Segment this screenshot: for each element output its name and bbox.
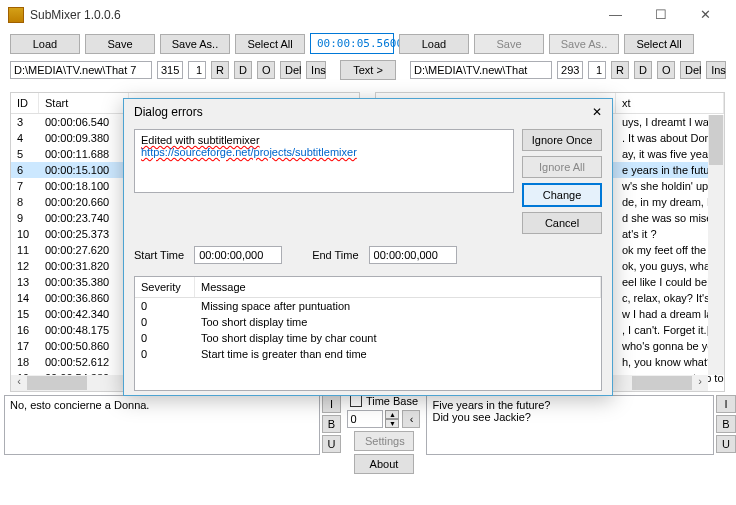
spin-up[interactable]: ▲	[385, 410, 399, 419]
num2-right[interactable]	[588, 61, 606, 79]
spin-down[interactable]: ▼	[385, 419, 399, 428]
cancel-button[interactable]: Cancel	[522, 212, 602, 234]
starttime-input[interactable]	[194, 246, 282, 264]
timecode-display[interactable]: 00:00:05.5600	[310, 33, 394, 54]
b-button-right[interactable]: B	[716, 415, 736, 433]
error-table[interactable]: Severity Message 0Missing space after pu…	[134, 276, 602, 391]
close-button[interactable]: ✕	[683, 1, 728, 29]
dialog-link[interactable]: https://sourceforge.net/projects/subtitl…	[141, 146, 357, 158]
r-button-right[interactable]: R	[611, 61, 629, 79]
r-button-left[interactable]: R	[211, 61, 229, 79]
error-row[interactable]: 0Start time is greater than end time	[135, 346, 601, 362]
starttime-label: Start Time	[134, 249, 184, 261]
del-button-left[interactable]: Del	[280, 61, 301, 79]
header-id[interactable]: ID	[11, 93, 39, 113]
d-button-right[interactable]: D	[634, 61, 652, 79]
header-text[interactable]: xt	[616, 93, 724, 113]
path-input-right[interactable]	[410, 61, 552, 79]
selectall-button-right[interactable]: Select All	[624, 34, 694, 54]
ignore-all-button: Ignore All	[522, 156, 602, 178]
ins-button-left[interactable]: Ins	[306, 61, 326, 79]
scrollbar-v-right[interactable]	[708, 115, 724, 375]
window-title: SubMixer 1.0.0.6	[30, 8, 121, 22]
u-button-right[interactable]: U	[716, 435, 736, 453]
ins-button-right[interactable]: Ins	[706, 61, 726, 79]
error-row[interactable]: 0Too short display time	[135, 314, 601, 330]
b-button-left[interactable]: B	[322, 415, 342, 433]
num2-left[interactable]	[188, 61, 206, 79]
endtime-label: End Time	[312, 249, 358, 261]
num1-right[interactable]	[557, 61, 583, 79]
ignore-once-button[interactable]: Ignore Once	[522, 129, 602, 151]
timebase-checkbox[interactable]: Time Base	[350, 395, 418, 407]
u-button-left[interactable]: U	[322, 435, 342, 453]
endtime-input[interactable]	[369, 246, 457, 264]
spinner-input[interactable]	[347, 410, 383, 428]
o-button-left[interactable]: O	[257, 61, 275, 79]
load-button-right[interactable]: Load	[399, 34, 469, 54]
dialog-close-icon[interactable]: ✕	[592, 105, 602, 119]
about-button[interactable]: About	[354, 454, 414, 474]
saveas-button-left[interactable]: Save As..	[160, 34, 230, 54]
path-input-left[interactable]	[10, 61, 152, 79]
num1-left[interactable]	[157, 61, 183, 79]
i-button-left[interactable]: I	[322, 395, 342, 413]
error-row[interactable]: 0Missing space after puntuation	[135, 298, 601, 314]
minimize-button[interactable]: —	[593, 1, 638, 29]
message-header[interactable]: Message	[195, 277, 601, 297]
load-button-left[interactable]: Load	[10, 34, 80, 54]
dialog-editbox[interactable]: Edited with subtitlemixer https://source…	[134, 129, 514, 193]
d-button-left[interactable]: D	[234, 61, 252, 79]
o-button-right[interactable]: O	[657, 61, 675, 79]
i-button-right[interactable]: I	[716, 395, 736, 413]
header-start[interactable]: Start	[39, 93, 129, 113]
change-button[interactable]: Change	[522, 183, 602, 207]
preview-left[interactable]: No, esto concierne a Donna.	[4, 395, 320, 455]
app-icon	[8, 7, 24, 23]
text-button[interactable]: Text >	[340, 60, 396, 80]
dialog-errors: Dialog errors ✕ Edited with subtitlemixe…	[123, 98, 613, 396]
save-button-left[interactable]: Save	[85, 34, 155, 54]
maximize-button[interactable]: ☐	[638, 1, 683, 29]
dialog-title: Dialog errors	[134, 105, 203, 119]
error-row[interactable]: 0Too short display time by char count	[135, 330, 601, 346]
saveas-button-right: Save As..	[549, 34, 619, 54]
del-button-right[interactable]: Del	[680, 61, 701, 79]
save-button-right: Save	[474, 34, 544, 54]
settings-button: Settings	[354, 431, 414, 451]
preview-right[interactable]: Five years in the future?Did you see Jac…	[426, 395, 714, 455]
spinner-go[interactable]: ‹	[402, 410, 420, 428]
selectall-button-left[interactable]: Select All	[235, 34, 305, 54]
severity-header[interactable]: Severity	[135, 277, 195, 297]
